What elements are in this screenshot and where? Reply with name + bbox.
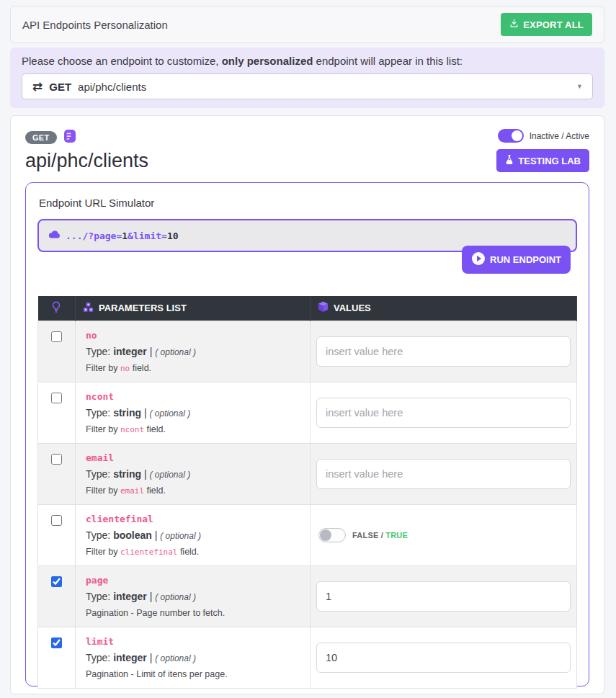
value-cell (311, 565, 577, 627)
param-description: Filter by email field. (86, 486, 300, 496)
type-label: Type: (86, 652, 110, 663)
type-value: integer (113, 591, 147, 602)
type-label: Type: (86, 468, 110, 480)
params-table-body: no Type: integer | ( optional ) Filter b… (38, 321, 577, 688)
type-label: Type: (86, 407, 110, 419)
swap-arrows-icon: ⇄ (32, 81, 43, 93)
value-input[interactable] (316, 581, 571, 612)
type-optional: ( optional ) (149, 408, 190, 419)
picker-prompt: Please choose an endpoint to customize, … (22, 55, 593, 67)
type-optional: ( optional ) (155, 653, 196, 663)
value-input[interactable] (316, 398, 571, 428)
method-badge: GET (25, 131, 57, 144)
row-checkbox[interactable] (51, 331, 62, 342)
boolean-toggle-group: FALSE / TRUE (316, 528, 571, 542)
testing-lab-button[interactable]: TESTING LAB (496, 149, 589, 172)
export-all-button[interactable]: EXPORT ALL (501, 13, 592, 36)
value-input[interactable] (316, 336, 571, 367)
param-type-line: Type: string | ( optional ) (86, 468, 300, 480)
cloud-icon (48, 230, 61, 241)
lightbulb-icon (51, 301, 61, 315)
param-type-line: Type: string | ( optional ) (86, 407, 300, 419)
type-value: string (113, 468, 141, 480)
value-cell (311, 627, 577, 688)
checkbox-cell (38, 565, 76, 627)
type-pipe: | (150, 346, 153, 357)
param-name: email (86, 452, 300, 463)
url-segment: 10 (167, 231, 179, 241)
param-name: ncont (86, 391, 300, 402)
parameters-table: PARAMETERS LIST VALUES (37, 296, 577, 689)
type-value: string (113, 407, 141, 419)
type-pipe: | (155, 529, 158, 541)
param-code: email (120, 486, 144, 496)
endpoint-title-right: Inactive / Active TESTING LAB (496, 129, 589, 172)
table-row: ncont Type: string | ( optional ) Filter… (38, 382, 577, 443)
endpoint-select[interactable]: ⇄ GET api/phc/clients ▼ (22, 73, 593, 99)
endpoint-badges: GET (25, 129, 148, 146)
boolean-toggle-knob (320, 529, 331, 541)
values-header-label: VALUES (334, 303, 371, 313)
table-row: no Type: integer | ( optional ) Filter b… (38, 321, 577, 382)
url-segment: .../?page= (66, 231, 122, 241)
toggle-false-label: FALSE / (352, 531, 383, 540)
checkbox-cell (38, 627, 76, 688)
active-toggle-label: Inactive / Active (530, 131, 589, 141)
prompt-prefix: Please choose an endpoint to customize, (22, 55, 222, 67)
checkbox-cell (38, 504, 76, 565)
active-toggle[interactable] (498, 129, 524, 143)
page-header: API Endpoints Personalization EXPORT ALL (10, 6, 604, 43)
param-name: no (86, 330, 300, 341)
type-optional: ( optional ) (160, 531, 201, 541)
param-type-line: Type: boolean | ( optional ) (86, 529, 300, 541)
type-value: boolean (113, 529, 152, 541)
type-label: Type: (86, 591, 110, 602)
value-cell (311, 382, 577, 443)
play-circle-icon (471, 251, 486, 268)
download-icon (509, 19, 519, 30)
param-cell: clientefinal Type: boolean | ( optional … (76, 504, 311, 565)
checkbox-cell (38, 382, 76, 443)
type-value: integer (113, 652, 147, 663)
parameters-column-header: PARAMETERS LIST (76, 296, 311, 321)
value-cell: FALSE / TRUE (311, 504, 577, 565)
value-input[interactable] (316, 643, 571, 673)
row-checkbox[interactable] (51, 515, 62, 526)
param-description: Pagination - Limit of itens per page. (86, 669, 300, 679)
endpoint-card: GET api/phc/clients Inactive / Active TE… (10, 115, 604, 694)
checkbox-column-header (38, 296, 76, 321)
type-pipe: | (144, 407, 147, 419)
row-checkbox[interactable] (51, 637, 62, 648)
param-type-line: Type: integer | ( optional ) (86, 652, 300, 663)
simulator-title: Endpoint URL Simulator (39, 197, 577, 209)
param-code: clientefinal (120, 547, 177, 557)
boxes-icon (83, 302, 94, 315)
param-cell: ncont Type: string | ( optional ) Filter… (76, 382, 311, 443)
value-cell (311, 443, 577, 504)
url-segment: 1 (122, 231, 128, 241)
row-checkbox[interactable] (51, 454, 62, 465)
param-cell: page Type: integer | ( optional ) Pagina… (76, 565, 311, 627)
values-column-header: VALUES (311, 296, 577, 321)
toggle-knob (512, 130, 522, 141)
parameters-table-head: PARAMETERS LIST VALUES (38, 296, 577, 321)
param-code: no (120, 364, 130, 373)
param-type-line: Type: integer | ( optional ) (86, 346, 300, 357)
url-simulator-card: Endpoint URL Simulator .../?page=1&limit… (25, 182, 589, 686)
url-segment: &limit= (128, 231, 167, 241)
value-input[interactable] (316, 459, 571, 489)
flask-icon (505, 155, 514, 166)
type-label: Type: (86, 529, 110, 541)
page: API Endpoints Personalization EXPORT ALL… (0, 0, 616, 698)
type-label: Type: (86, 346, 110, 357)
row-checkbox[interactable] (51, 576, 62, 587)
row-checkbox[interactable] (51, 393, 62, 403)
selected-endpoint-method: GET (49, 81, 71, 93)
boolean-toggle[interactable] (318, 528, 346, 542)
type-value: integer (113, 346, 147, 357)
param-code: ncont (120, 425, 144, 434)
state-toggle-row: Inactive / Active (498, 129, 589, 143)
run-endpoint-button[interactable]: RUN ENDPOINT (462, 246, 571, 274)
type-optional: ( optional ) (155, 347, 196, 357)
cube-icon (318, 301, 329, 315)
